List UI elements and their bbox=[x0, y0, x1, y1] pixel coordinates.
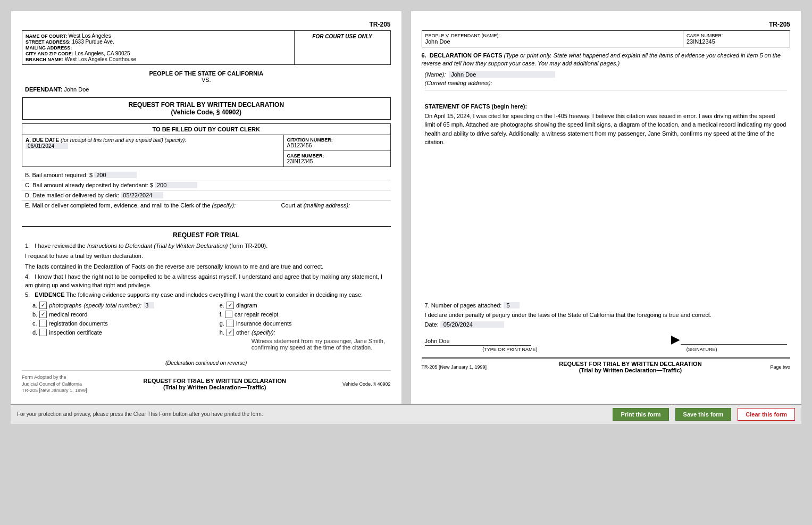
right-page: TR-205 PEOPLE v. DEFENDANT (Name): John … bbox=[411, 11, 802, 404]
court-city-value: Los Angeles, CA 90025 bbox=[75, 51, 130, 56]
citation-case: CITATION NUMBER: AB123456 CASE NUMBER: 2… bbox=[284, 135, 390, 166]
case-number-value-left[interactable]: 23IN12345 bbox=[287, 159, 387, 164]
evidence-d-letter: d. bbox=[32, 329, 37, 336]
evidence-a-checkbox[interactable]: ✓ bbox=[39, 302, 47, 309]
evidence-h: h. ✓ other (specify): bbox=[220, 329, 391, 336]
due-date-specify: (specify): bbox=[165, 137, 187, 143]
evidence-d-label: inspection certificate bbox=[49, 329, 102, 336]
date-value[interactable]: 05/20/2024 bbox=[440, 321, 504, 328]
save-button[interactable]: Save this form bbox=[675, 408, 732, 421]
fill-clerk-box: TO BE FILLED OUT BY COURT CLERK bbox=[22, 123, 391, 135]
sig-name-value[interactable]: John Doe bbox=[425, 338, 531, 346]
clerk-bottom: A. DUE DATE (for receipt of this form an… bbox=[22, 135, 391, 167]
clear-button[interactable]: Clear this form bbox=[738, 408, 795, 421]
print-button[interactable]: Print this form bbox=[613, 408, 668, 421]
continued-note: (Declaration continued on reverse) bbox=[22, 357, 391, 366]
evidence-f-checkbox[interactable] bbox=[225, 311, 232, 318]
evidence-b-letter: b. bbox=[32, 311, 37, 318]
evidence-b-checkbox[interactable]: ✓ bbox=[39, 311, 47, 318]
evidence-d: d. inspection certificate bbox=[32, 329, 204, 336]
name-label: (Name): bbox=[425, 71, 446, 78]
court-use-label: FOR COURT USE ONLY bbox=[312, 34, 372, 39]
court-street-value: 1633 Purdue Ave. bbox=[72, 39, 114, 45]
court-at-label: Court at bbox=[281, 202, 302, 209]
citation-value[interactable]: AB123456 bbox=[287, 143, 387, 148]
evidence-c-checkbox[interactable] bbox=[39, 320, 47, 327]
footer-right-left: Vehicle Code, § 40902 bbox=[342, 381, 391, 387]
case-number-box-right: CASE NUMBER: 23IN12345 bbox=[683, 31, 790, 47]
evidence-grid: a. ✓ photographs (specify total number):… bbox=[32, 300, 391, 352]
date-line: Date: 05/20/2024 bbox=[425, 321, 788, 328]
sig-line[interactable] bbox=[681, 338, 787, 345]
bail-required-value[interactable]: 200 bbox=[94, 172, 137, 178]
evidence-f: f. car repair receipt bbox=[220, 311, 391, 318]
mail-right: Court at (mailing address): bbox=[281, 202, 388, 209]
date-label: Date: bbox=[425, 321, 439, 328]
footer-center: REQUEST FOR TRIAL BY WRITTEN DECLARATION… bbox=[144, 378, 286, 390]
item-1: 1. I have reviewed the Instructions to D… bbox=[25, 242, 388, 250]
evidence-a-label: photographs bbox=[49, 302, 81, 309]
evidence-b: b. ✓ medical record bbox=[32, 311, 204, 318]
address-line: (Current mailing address): bbox=[425, 80, 788, 90]
court-info: NAME OF COURT: West Los Angeles STREET A… bbox=[22, 31, 295, 64]
court-header: NAME OF COURT: West Los Angeles STREET A… bbox=[22, 30, 391, 65]
evidence-a-value[interactable]: 3 bbox=[144, 302, 154, 309]
name-value[interactable]: John Doe bbox=[449, 71, 555, 78]
evidence-f-label: car repair receipt bbox=[235, 311, 279, 318]
evidence-g-checkbox[interactable] bbox=[227, 320, 234, 327]
rf-center-1: REQUEST FOR TRIAL BY WRITTEN DECLARATION bbox=[559, 361, 701, 367]
date-mailed-label: D. Date mailed or delivered by clerk: bbox=[25, 192, 119, 198]
court-mailing-row: MAILING ADDRESS: bbox=[26, 45, 291, 51]
court-city-row: CITY AND ZIP CODE: Los Angeles, CA 90025 bbox=[26, 51, 291, 56]
footer-left-1: Form Adopted by the bbox=[22, 374, 87, 381]
name-line: (Name): John Doe bbox=[425, 71, 788, 78]
citation-box: CITATION NUMBER: AB123456 bbox=[284, 135, 390, 151]
right-footer: TR-205 [New January 1, 1999] REQUEST FOR… bbox=[422, 357, 791, 373]
sig-right: ▶ (SIGNATURE) bbox=[616, 333, 787, 352]
declaration-title: DECLARATION OF FACTS bbox=[430, 52, 503, 59]
mailing-address-label: (mailing address): bbox=[304, 202, 350, 209]
signature-label: (SIGNATURE) bbox=[616, 347, 787, 352]
evidence-e-checkbox[interactable]: ✓ bbox=[227, 302, 234, 309]
item-1-italic: Instructions to Defendant (Trial by Writ… bbox=[87, 243, 228, 249]
evidence-e-letter: e. bbox=[220, 302, 224, 309]
evidence-h-checkbox[interactable]: ✓ bbox=[227, 329, 234, 336]
case-box: CASE NUMBER: 23IN12345 bbox=[284, 151, 390, 166]
evidence-h-letter: h. bbox=[220, 329, 224, 336]
court-street-label: STREET ADDRESS: bbox=[26, 39, 71, 45]
due-date-value[interactable]: 06/01/2024 bbox=[26, 143, 68, 149]
pages-attached-label: 7. Number of pages attached: bbox=[425, 302, 502, 309]
court-name-value: West Los Angeles bbox=[69, 33, 111, 39]
due-date-label: A. DUE DATE bbox=[26, 137, 59, 143]
defendant-value: John Doe bbox=[64, 86, 89, 93]
evidence-c-label: registration documents bbox=[49, 320, 108, 327]
mail-section: E. Mail or deliver completed form, evide… bbox=[22, 201, 391, 227]
bail-deposited-value[interactable]: 200 bbox=[155, 182, 197, 188]
left-page: TR-205 NAME OF COURT: West Los Angeles S… bbox=[11, 11, 402, 404]
bail-deposited-line: C. Bail amount already deposited by defe… bbox=[22, 180, 391, 190]
mail-specify: (specify): bbox=[212, 202, 236, 209]
evidence-c: c. registration documents bbox=[32, 320, 204, 327]
court-name-label: NAME OF COURT: bbox=[26, 34, 67, 39]
evidence-e-label: diagram bbox=[236, 302, 257, 309]
evidence-g-label: insurance documents bbox=[236, 320, 292, 327]
evidence-b-label: medical record bbox=[49, 311, 87, 318]
case-number-value-right[interactable]: 23IN12345 bbox=[687, 38, 786, 45]
request-title-line2: (Vehicle Code, § 40902) bbox=[26, 109, 387, 116]
evidence-d-checkbox[interactable] bbox=[39, 329, 47, 336]
declaration-instruction: 6. DECLARATION OF FACTS (Type or print o… bbox=[422, 52, 791, 68]
fill-clerk-text: TO BE FILLED OUT BY COURT CLERK bbox=[153, 126, 261, 132]
date-mailed-value[interactable]: 05/22/2024 bbox=[121, 192, 163, 198]
evidence-a-specify: (specify total number): bbox=[83, 302, 141, 309]
people-value[interactable]: John Doe bbox=[425, 38, 680, 45]
evidence-f-letter: f. bbox=[220, 311, 223, 318]
pages-attached-value[interactable]: 5 bbox=[504, 302, 520, 309]
court-mailing-label: MAILING ADDRESS: bbox=[26, 45, 72, 51]
court-use-only: FOR COURT USE ONLY bbox=[295, 31, 390, 64]
due-date-section: A. DUE DATE (for receipt of this form an… bbox=[22, 135, 284, 166]
bail-required-label: B. Bail amount required: $ bbox=[25, 172, 93, 178]
right-header: PEOPLE v. DEFENDANT (Name): John Doe CAS… bbox=[422, 30, 791, 47]
rf-center: REQUEST FOR TRIAL BY WRITTEN DECLARATION… bbox=[559, 361, 701, 373]
statement-text[interactable]: On April 15, 2024, I was cited for speed… bbox=[425, 112, 788, 147]
type-print-label: (TYPE OR PRINT NAME) bbox=[425, 347, 596, 352]
